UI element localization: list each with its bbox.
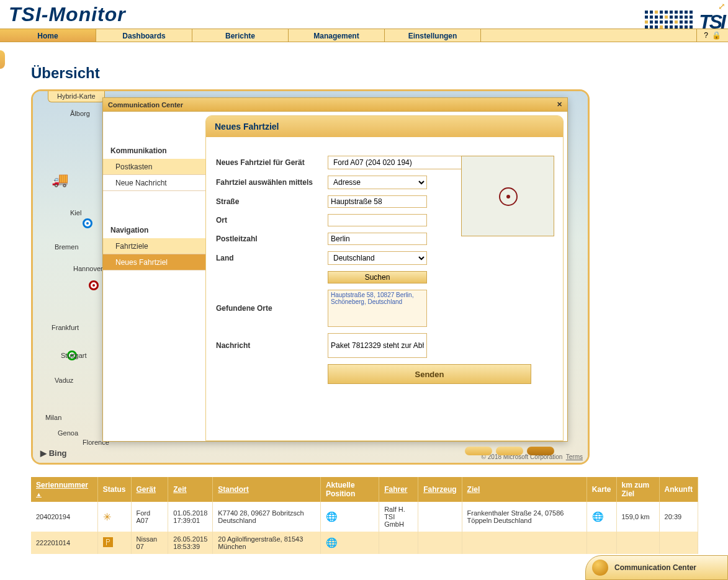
help-icon[interactable]: ?	[704, 31, 708, 40]
col-ankunft[interactable]: Ankunft	[659, 477, 698, 502]
col-gerät[interactable]: Gerät	[131, 477, 168, 502]
route-icon: ✳︎	[103, 512, 111, 522]
sidebar-item-neues-fahrtziel[interactable]: Neues Fahrtziel	[103, 254, 205, 270]
nav-swoosh	[0, 50, 5, 69]
col-km-zum-ziel[interactable]: km zum Ziel	[616, 477, 659, 502]
label-city: Ort	[216, 216, 328, 225]
globe-icon	[592, 560, 608, 576]
terms-link[interactable]: Terms	[566, 453, 583, 460]
map-city-label: Milan	[45, 414, 61, 421]
message-input[interactable]	[328, 333, 427, 358]
found-places-list[interactable]: Hauptstraße 58, 10827 Berlin, Schöneberg…	[328, 290, 427, 327]
sidebar-item-neue-nachricht[interactable]: Neue Nachricht	[103, 175, 205, 191]
search-button[interactable]: Suchen	[328, 271, 427, 283]
label-zip: Postleitzahl	[216, 234, 328, 243]
label-select-by: Fahrtziel auswählen mittels	[216, 178, 328, 187]
col-aktuelle-position[interactable]: Aktuelle Position	[320, 477, 379, 502]
sidebar-item-fahrtziele[interactable]: Fahrtziele	[103, 238, 205, 254]
marker-red[interactable]	[89, 280, 99, 290]
label-message: Nachricht	[216, 341, 328, 350]
country-select[interactable]: Deutschland	[328, 251, 427, 265]
communication-center-dialog: Communication Center ✕ Kommunikation Pos…	[102, 97, 568, 442]
street-input[interactable]	[328, 195, 427, 208]
comm-tab-label: Communication Center	[614, 563, 696, 572]
dialog-main: Neues Fahrtziel Neues Fahrtziel für Gerä…	[205, 115, 564, 441]
select-by-select[interactable]: Adresse	[328, 176, 427, 189]
dialog-titlebar[interactable]: Communication Center ✕	[103, 98, 567, 112]
nav-einstellungen[interactable]: Einstellungen	[385, 29, 481, 42]
nav-berichte[interactable]: Berichte	[192, 29, 289, 42]
mini-map-zoom-pills	[465, 447, 554, 455]
col-status[interactable]: Status	[97, 477, 131, 502]
lock-icon[interactable]: 🔒	[712, 31, 721, 40]
map-city-label: Stuttgart	[61, 352, 87, 359]
label-found: Gefundene Orte	[216, 304, 328, 313]
map-city-label: Kiel	[70, 209, 81, 216]
mini-map[interactable]	[461, 156, 554, 236]
mini-zoom-2[interactable]	[496, 447, 523, 455]
col-standort[interactable]: Standort	[213, 477, 321, 502]
sidebar-group-kommunikation[interactable]: Kommunikation	[103, 143, 205, 159]
nav-management[interactable]: Management	[289, 29, 385, 42]
map-city-label: Frankfurt	[52, 324, 79, 331]
mini-zoom-3[interactable]	[527, 447, 554, 455]
mini-zoom-1[interactable]	[465, 447, 492, 455]
nav-home[interactable]: Home	[0, 29, 96, 42]
parking-icon: 🅿︎	[103, 537, 113, 548]
sidebar-item-postkasten[interactable]: Postkasten	[103, 159, 205, 175]
nav-dashboards[interactable]: Dashboards	[96, 29, 192, 42]
city-input[interactable]	[328, 214, 427, 226]
marker-blue[interactable]	[83, 218, 92, 228]
map-city-label: Ålborg	[70, 110, 90, 117]
page-title: Übersicht	[0, 42, 728, 89]
map-city-label: Genoa	[58, 429, 78, 437]
col-seriennummer[interactable]: Seriennummer ▲	[31, 477, 97, 502]
globe-icon[interactable]: 🌐	[326, 511, 338, 522]
main-nav: Home Dashboards Berichte Management Eins…	[0, 29, 728, 42]
dialog-title: Communication Center	[108, 101, 183, 109]
form-title: Neues Fahrtziel	[206, 116, 563, 137]
close-icon[interactable]: ✕	[557, 100, 562, 109]
col-karte[interactable]: Karte	[586, 477, 616, 502]
zip-input[interactable]	[328, 233, 427, 245]
col-fahrzeug[interactable]: Fahrzeug	[418, 477, 462, 502]
col-zeit[interactable]: Zeit	[168, 477, 213, 502]
table-row[interactable]: 222201014🅿︎Nissan 0726.05.201518:53:3920…	[31, 532, 698, 554]
map[interactable]: Hybrid-Karte 🚚 ÅlborgKielBremenHannoverF…	[31, 89, 590, 465]
map-city-label: Bremen	[55, 243, 79, 251]
col-ziel[interactable]: Ziel	[462, 477, 586, 502]
dialog-sidebar: Kommunikation Postkasten Neue Nachricht …	[103, 112, 205, 441]
globe-icon[interactable]: 🌐	[592, 511, 604, 522]
table-row[interactable]: 204020194✳︎Ford A0701.05.201817:39:01K77…	[31, 502, 698, 532]
target-icon	[499, 187, 518, 206]
label-street: Straße	[216, 197, 328, 206]
communication-center-tab[interactable]: Communication Center	[585, 555, 728, 580]
label-country: Land	[216, 254, 328, 262]
sidebar-group-navigation[interactable]: Navigation	[103, 222, 205, 238]
vehicle-table: Seriennummer ▲StatusGerätZeitStandortAkt…	[31, 477, 698, 554]
bing-logo: Bing	[40, 448, 67, 458]
truck-icon: 🚚	[52, 172, 68, 188]
map-city-label: Vaduz	[55, 377, 73, 384]
map-city-label: Hannover	[73, 265, 103, 272]
globe-icon[interactable]: 🌐	[326, 537, 338, 548]
col-fahrer[interactable]: Fahrer	[379, 477, 418, 502]
send-button[interactable]: Senden	[328, 364, 531, 384]
map-type-tab[interactable]: Hybrid-Karte	[48, 91, 105, 102]
brand-title: TSI-Monitor	[0, 3, 126, 26]
label-device: Neues Fahrtziel für Gerät	[216, 158, 328, 167]
